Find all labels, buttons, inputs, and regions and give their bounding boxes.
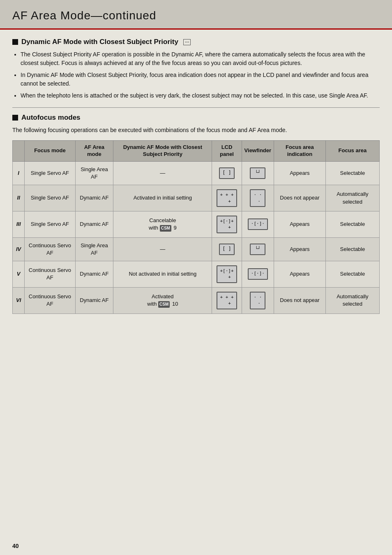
page-title: AF Area Mode—continued (12, 7, 156, 23)
row-5-af-area: Dynamic AF (75, 261, 113, 288)
col-header-num (13, 141, 25, 162)
row-num-2: II (13, 185, 25, 211)
section-divider (12, 107, 380, 108)
row-3-dynamic: Cancelablewith CSM 9 (113, 211, 212, 237)
row-5-focus-mode: Continuous Servo AF (25, 261, 75, 288)
row-2-af-area: Dynamic AF (75, 185, 113, 211)
section2-bullet-icon (12, 115, 18, 121)
row-4-dynamic: — (113, 237, 212, 261)
page-content: Dynamic AF Mode with Closest Subject Pri… (0, 38, 392, 314)
row-3-af-area: Dynamic AF (75, 211, 113, 237)
row-4-af-area: Single Area AF (75, 237, 113, 261)
row-1-focus-mode: Single Servo AF (25, 161, 75, 185)
row-1-indication: Appears (274, 161, 326, 185)
csm-badge-3: CSM (160, 225, 171, 232)
row-6-dynamic: Activatedwith CSM 10 (113, 287, 212, 313)
bullet-1: The Closest Subject Priority AF operatio… (21, 50, 380, 67)
row-5-dynamic: Not activated in initial setting (113, 261, 212, 288)
section1-bullets: The Closest Subject Priority AF operatio… (21, 50, 380, 100)
col-header-af-area: AF Area mode (75, 141, 113, 162)
row-2-dynamic: Activated in initial setting (113, 185, 212, 211)
row-5-lcd: +[·]+ + (212, 261, 242, 288)
row-5-indication: Appears (274, 261, 326, 288)
title-main: AF Area Mode (12, 9, 91, 22)
row-3-focus-area: Selectable (325, 211, 379, 237)
row-5-viewfinder: ·[·]· (242, 261, 274, 288)
row-1-dynamic: — (113, 161, 212, 185)
row-4-indication: Appears (274, 237, 326, 261)
lcd-display-5: +[·]+ + (217, 265, 237, 283)
viewfinder-display-6: · · · (250, 292, 265, 309)
lcd-display-2: + + + + (217, 189, 237, 207)
row-2-focus-area: Automatically selected (325, 185, 379, 211)
section2-title-text: Autofocus modes (21, 114, 81, 122)
viewfinder-display-3: ·[·]· (248, 218, 268, 230)
row-1-af-area: Single Area AF (75, 161, 113, 185)
row-3-lcd: +[·]+ + (212, 211, 242, 237)
section1-title-text: Dynamic AF Mode with Closest Subject Pri… (21, 38, 178, 46)
row-6-viewfinder: · · · (242, 287, 274, 313)
bullet-3: When the telephoto lens is attached or t… (21, 91, 380, 100)
row-1-viewfinder: └┘ (242, 161, 274, 185)
row-2-focus-mode: Single Servo AF (25, 185, 75, 211)
table-header-row: Focus mode AF Area mode Dynamic AF Mode … (13, 141, 380, 162)
col-header-lcd: LCD panel (212, 141, 242, 162)
section2-title: Autofocus modes (12, 114, 380, 122)
viewfinder-display-5: ·[·]· (248, 268, 268, 280)
section1-title: Dynamic AF Mode with Closest Subject Pri… (12, 38, 380, 46)
lcd-display-3: +[·]+ + (217, 216, 237, 233)
row-num-5: V (13, 261, 25, 288)
row-2-lcd: + + + + (212, 185, 242, 211)
table-row: V Continuous Servo AF Dynamic AF Not act… (13, 261, 380, 288)
table-row: II Single Servo AF Dynamic AF Activated … (13, 185, 380, 211)
viewfinder-display-4: └┘ (250, 244, 265, 255)
bullet-2: In Dynamic AF Mode with Closest Subject … (21, 71, 380, 88)
row-4-viewfinder: └┘ (242, 237, 274, 261)
viewfinder-display-2: · · · (250, 189, 265, 207)
row-3-viewfinder: ·[·]· (242, 211, 274, 237)
row-num-3: III (13, 211, 25, 237)
section1-bullet-icon (12, 39, 18, 45)
row-6-focus-area: Automatically selected (325, 287, 379, 313)
table-row: I Single Servo AF Single Area AF — [ ] └… (13, 161, 380, 185)
autofocus-table: Focus mode AF Area mode Dynamic AF Mode … (12, 140, 380, 314)
row-4-focus-area: Selectable (325, 237, 379, 261)
table-row: IV Continuous Servo AF Single Area AF — … (13, 237, 380, 261)
row-2-indication: Does not appear (274, 185, 326, 211)
col-header-focus-mode: Focus mode (25, 141, 75, 162)
row-num-6: VI (13, 287, 25, 313)
col-header-focus-area: Focus area (325, 141, 379, 162)
page: AF Area Mode—continued Dynamic AF Mode w… (0, 0, 392, 555)
row-num-4: IV (13, 237, 25, 261)
row-1-lcd: [ ] (212, 161, 242, 185)
dynamic-mode-icon: ⋯ (183, 39, 191, 45)
row-6-lcd: + + + + (212, 287, 242, 313)
viewfinder-display-1: └┘ (250, 167, 265, 179)
row-6-indication: Does not appear (274, 287, 326, 313)
row-1-focus-area: Selectable (325, 161, 379, 185)
row-4-focus-mode: Continuous Servo AF (25, 237, 75, 261)
page-number: 40 (12, 543, 19, 549)
row-6-af-area: Dynamic AF (75, 287, 113, 313)
row-4-lcd: [ ] (212, 237, 242, 261)
col-header-dynamic: Dynamic AF Mode with Closest Subject Pri… (113, 141, 212, 162)
table-row: III Single Servo AF Dynamic AF Cancelabl… (13, 211, 380, 237)
col-header-indication: Focus area indication (274, 141, 326, 162)
row-6-focus-mode: Continuous Servo AF (25, 287, 75, 313)
lcd-display-1: [ ] (219, 167, 235, 179)
table-row: VI Continuous Servo AF Dynamic AF Activa… (13, 287, 380, 313)
csm-badge-6: CSM (158, 301, 170, 308)
section2-intro: The following focusing operations can be… (12, 126, 380, 135)
page-header: AF Area Mode—continued (0, 0, 392, 30)
lcd-display-6: + + + + (217, 292, 237, 309)
row-2-viewfinder: · · · (242, 185, 274, 211)
lcd-display-4: [ ] (219, 244, 235, 255)
row-num-1: I (13, 161, 25, 185)
row-3-focus-mode: Single Servo AF (25, 211, 75, 237)
row-5-focus-area: Selectable (325, 261, 379, 288)
title-sub: —continued (91, 9, 156, 22)
row-3-indication: Appears (274, 211, 326, 237)
col-header-viewfinder: Viewfinder (242, 141, 274, 162)
